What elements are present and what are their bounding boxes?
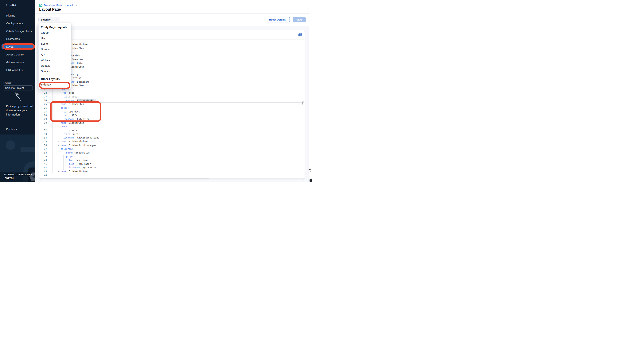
code-line[interactable]: props: <box>47 88 304 91</box>
chevron-down-icon <box>56 19 58 20</box>
code-editor[interactable]: 9 - name: SidebarDivider10 - name: Sideb… <box>39 40 305 178</box>
code-line[interactable]: to: api-docs <box>47 110 304 114</box>
menu-item-api[interactable]: API <box>39 52 71 58</box>
code-line[interactable]: - name: SidebarScrollWrapper <box>47 144 304 147</box>
code-line[interactable]: text: Overview <box>47 58 304 62</box>
menu-item-group[interactable]: Group <box>39 30 71 36</box>
sidebar-item-pipelines[interactable]: Pipelines <box>6 128 17 131</box>
code-line[interactable]: - name: SidebarItem <box>47 65 304 69</box>
sidebar-item-plugins[interactable]: Plugins <box>1 12 34 19</box>
code-line[interactable]: text: Create <box>47 132 304 136</box>
breadcrumb-section[interactable]: Admin <box>67 4 74 7</box>
code-line[interactable] <box>47 173 304 177</box>
page-scrollbar-gutter[interactable] <box>309 0 309 182</box>
sidebar-item-layout[interactable]: Layout <box>1 43 34 50</box>
line-number: 28 <box>39 114 47 117</box>
code-line[interactable]: - name: SidebarItem <box>47 121 304 125</box>
code-token: iconName <box>63 118 74 120</box>
sidebar-item-label: Scorecards <box>1 37 34 41</box>
code-line[interactable]: - name: SidebarDivider <box>47 170 304 173</box>
line-number: 39 <box>39 155 47 159</box>
code-line[interactable]: iconName: Dashboard <box>47 80 304 84</box>
code-line[interactable]: - name: SidebarDivider <box>47 43 304 46</box>
reset-default-button[interactable]: Reset Default <box>265 17 290 23</box>
copy-icon[interactable] <box>298 33 302 37</box>
line-number: 34 <box>39 136 47 140</box>
code-line[interactable]: to: docs <box>47 91 304 95</box>
sidebar-item-configurations[interactable]: Configurations <box>1 19 34 27</box>
code-line[interactable]: - name: SidebarItem <box>47 151 304 155</box>
code-line[interactable]: text: APIs <box>47 114 304 117</box>
code-line[interactable]: props: <box>47 69 304 73</box>
code-line[interactable]: iconName: AddCircleOutline <box>47 136 304 140</box>
line-number: 24 <box>39 99 47 103</box>
code-line[interactable]: to: create <box>47 129 304 132</box>
code-line[interactable]: - name: SidebarItem <box>47 84 304 88</box>
code-line[interactable]: props: <box>47 155 304 159</box>
code-line[interactable]: text: Docs <box>47 95 304 99</box>
save-button[interactable]: Save <box>293 17 306 23</box>
code-token <box>50 166 69 169</box>
code-line[interactable]: - name: SidebarDivider <box>47 140 304 144</box>
code-text: props: <box>50 155 74 159</box>
corner-widget-icon[interactable] <box>308 169 312 182</box>
project-label: Project <box>3 82 11 84</box>
menu-item-user[interactable]: User <box>39 36 71 41</box>
sidebar-item-label: Layout <box>1 44 34 49</box>
code-text: props: <box>50 106 69 110</box>
layout-select-dropdown[interactable]: Sidenav <box>38 17 60 22</box>
menu-item-default[interactable]: Default <box>39 63 71 68</box>
horizontal-scrollbar-track[interactable] <box>40 178 304 179</box>
sidebar-item-access-control[interactable]: Access Control <box>1 50 34 58</box>
code-line[interactable]: iconName: LibraryBooks <box>47 99 304 103</box>
code-text: props: <box>50 125 69 129</box>
line-number: 25 <box>39 102 47 106</box>
menu-item-service[interactable]: Service <box>39 68 71 74</box>
menu-item-system[interactable]: System <box>39 41 71 46</box>
code-line[interactable]: - name: SidebarItem <box>47 46 304 50</box>
code-token <box>50 122 58 124</box>
code-line[interactable]: to: tech-radar <box>47 159 304 162</box>
code-text: iconName: MyLocation <box>50 166 97 170</box>
code-token: name <box>61 122 66 124</box>
horizontal-scrollbar-thumb[interactable] <box>40 178 209 179</box>
project-select-button[interactable]: Select a Project › <box>3 86 33 91</box>
code-line[interactable]: iconName: Home <box>47 61 304 65</box>
sidebar-item-oauth-configurations[interactable]: OAuth Configurations <box>1 27 34 35</box>
sidebar-footer: INTERNAL DEVELOPER Portal <box>0 135 35 182</box>
code-line[interactable]: text: Tech Radar <box>47 162 304 166</box>
breadcrumb-separator: › <box>76 4 77 7</box>
code-line[interactable]: - name: SidebarItem <box>47 102 304 106</box>
code-token <box>50 133 63 136</box>
code-text: to: create <box>50 129 77 132</box>
code-line[interactable]: children: <box>47 147 304 151</box>
code-token <box>50 103 58 105</box>
breadcrumb-root[interactable]: Developer Portal <box>44 4 63 7</box>
sidebar-item-url-allow-list[interactable]: URL Allow List <box>1 66 34 74</box>
code-token: name <box>61 170 66 173</box>
code-token: SidebarScrollWrapper <box>68 144 97 147</box>
code-line[interactable]: iconName: Extension <box>47 117 304 121</box>
code-line[interactable]: props: <box>47 125 304 129</box>
back-button[interactable]: Back <box>6 3 16 6</box>
code-token <box>50 148 61 150</box>
sidebar-item-git-integrations[interactable]: Git Integrations <box>1 58 34 66</box>
code-token: : <box>66 140 68 143</box>
code-token: Dashboard <box>76 81 89 83</box>
code-line[interactable]: to: overview <box>47 54 304 58</box>
menu-item-domain[interactable]: Domain <box>39 46 71 52</box>
code-line[interactable]: iconName: MyLocation <box>47 166 304 170</box>
code-line[interactable]: props: <box>47 50 304 54</box>
code-text: iconName: LibraryBooks <box>50 99 97 103</box>
vertical-scrollbar-thumb[interactable] <box>302 102 303 105</box>
chevron-right-icon: › <box>30 87 30 90</box>
code-line[interactable]: props: <box>47 106 304 110</box>
code-text: - name: SidebarDivider <box>50 140 88 144</box>
code-token: create <box>68 129 77 132</box>
menu-item-website[interactable]: Website <box>39 58 71 63</box>
sidebar-item-scorecards[interactable]: Scorecards <box>1 35 34 43</box>
menu-item-sidenav[interactable]: Sidenav <box>39 82 71 87</box>
code-line[interactable]: to: catalog <box>47 72 304 76</box>
code-line[interactable]: text: Catalog <box>47 76 304 80</box>
code-token <box>50 99 63 102</box>
